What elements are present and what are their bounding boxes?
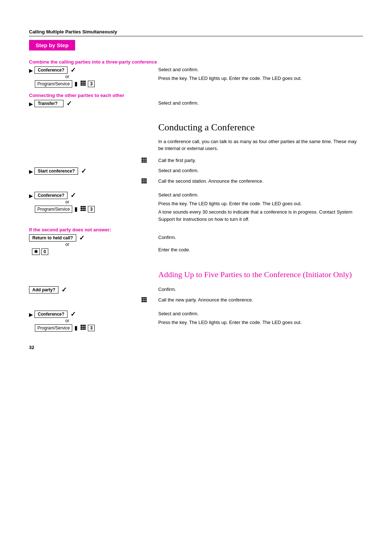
- checkmark-4: ✓: [70, 191, 76, 199]
- start-conference-button[interactable]: Start conference?: [34, 167, 78, 175]
- svg-rect-23: [145, 180, 147, 182]
- three-key-1: 3: [88, 81, 95, 87]
- prog-service-btn-1[interactable]: Program/Service: [35, 80, 72, 88]
- svg-rect-20: [145, 178, 147, 180]
- or-label-3: or: [65, 242, 149, 247]
- svg-rect-24: [142, 182, 143, 183]
- call-first-row: Call the first party.: [29, 157, 363, 166]
- star-key: ✱: [32, 248, 40, 255]
- desc-press-key-1: Press the key. The LED lights up. Enter …: [158, 75, 363, 82]
- prog-service-row-2: Program/Service ▮ 3: [35, 205, 149, 213]
- checkmark-7: ✓: [70, 310, 76, 318]
- arrow-icon-2: ▶: [29, 101, 33, 107]
- prog-service-btn-3[interactable]: Program/Service: [35, 324, 72, 332]
- section-header: Calling Multiple Parties Simultaneously: [29, 29, 363, 36]
- svg-rect-10: [143, 158, 145, 159]
- svg-rect-52: [82, 328, 84, 330]
- svg-rect-42: [142, 301, 143, 302]
- desc-enter-code: Enter the code.: [158, 246, 363, 254]
- svg-rect-40: [143, 299, 145, 300]
- svg-rect-12: [142, 159, 143, 161]
- desc-tone: A tone sounds every 30 seconds to indica…: [158, 208, 363, 223]
- svg-rect-35: [84, 210, 86, 211]
- svg-rect-7: [82, 84, 84, 86]
- svg-rect-29: [84, 206, 86, 207]
- transfer-button[interactable]: Transfer?: [34, 100, 64, 107]
- conference-button-1[interactable]: Conference?: [34, 66, 68, 74]
- conference-row-3: ▶ Conference? ✓ or Program/Service ▮: [29, 310, 363, 334]
- svg-rect-11: [145, 158, 147, 159]
- desc-confirm-2: Confirm.: [158, 286, 363, 293]
- conference-button-3[interactable]: Conference?: [34, 311, 68, 318]
- or-label-2: or: [65, 199, 149, 204]
- svg-rect-46: [82, 325, 84, 326]
- step-by-step-box: Step by Step: [29, 40, 75, 50]
- svg-rect-49: [82, 327, 84, 328]
- arrow-icon-3: ▶: [29, 169, 33, 174]
- svg-rect-22: [143, 180, 145, 182]
- return-held-row: Return to held call? ✓ or ✱ 0 Confirm. E…: [29, 234, 363, 257]
- checkmark-1: ✓: [70, 66, 76, 74]
- svg-rect-32: [84, 208, 86, 209]
- desc-select-confirm-3: Select and confirm.: [158, 167, 363, 174]
- prog-service-row-3: Program/Service ▮ 3: [35, 324, 149, 332]
- prog-service-row-1: Program/Service ▮: [35, 80, 149, 88]
- grid-icon-3: [141, 178, 147, 185]
- separator-bar-2: ▮: [74, 206, 78, 212]
- svg-rect-16: [143, 161, 145, 163]
- svg-rect-44: [145, 301, 147, 302]
- or-label-1: or: [65, 74, 149, 79]
- grid-icon-4: [80, 205, 86, 213]
- desc-select-confirm-5: Select and confirm.: [158, 310, 363, 317]
- svg-rect-34: [82, 210, 84, 211]
- svg-rect-28: [82, 206, 84, 207]
- svg-rect-0: [81, 81, 82, 82]
- desc-press-key-2: Press the key. The LED lights up. Enter …: [158, 200, 363, 207]
- start-conference-row: ▶ Start conference? ✓ Select and confirm…: [29, 167, 363, 176]
- desc-call-new-party: Call the new party. Announce the confere…: [158, 296, 363, 304]
- adding-title: Adding Up to Five Parties to the Confere…: [158, 268, 363, 280]
- add-party-button[interactable]: Add party?: [29, 286, 58, 293]
- svg-rect-41: [145, 299, 147, 300]
- heading-no-answer: If the second party does not answer:: [29, 227, 363, 232]
- desc-press-key-3: Press the key. The LED lights up. Enter …: [158, 319, 363, 326]
- checkmark-2: ✓: [66, 100, 72, 108]
- svg-rect-45: [81, 325, 82, 326]
- svg-rect-13: [143, 159, 145, 161]
- svg-rect-27: [81, 206, 82, 207]
- call-new-party-row: Call the new party. Announce the confere…: [29, 296, 363, 305]
- conducting-title-row: Conducting a Conference In a conference …: [29, 114, 363, 155]
- svg-rect-8: [84, 84, 86, 86]
- desc-select-confirm-1: Select and confirm.: [158, 66, 363, 73]
- three-key-3: 3: [88, 325, 95, 331]
- return-held-button[interactable]: Return to held call?: [29, 234, 76, 242]
- svg-rect-43: [143, 301, 145, 302]
- heading-combine: Combine the calling parties into a three…: [29, 59, 363, 65]
- prog-service-btn-2[interactable]: Program/Service: [35, 206, 72, 213]
- svg-rect-48: [81, 327, 82, 328]
- page-number: 32: [29, 345, 363, 350]
- svg-rect-36: [142, 297, 143, 299]
- svg-rect-47: [84, 325, 86, 326]
- svg-rect-51: [81, 328, 82, 330]
- conference-row-2: ▶ Conference? ✓ or Program/Service ▮: [29, 191, 363, 224]
- zero-key: 0: [41, 248, 48, 255]
- desc-select-confirm-2: Select and confirm.: [158, 100, 363, 107]
- svg-rect-39: [142, 299, 143, 300]
- desc-confirm: Confirm.: [158, 234, 363, 241]
- svg-rect-1: [82, 81, 84, 82]
- desc-select-confirm-4: Select and confirm.: [158, 191, 363, 199]
- adding-title-row: Adding Up to Five Parties to the Confere…: [29, 263, 363, 284]
- add-party-row: Add party? ✓ Confirm.: [29, 286, 363, 295]
- svg-rect-17: [145, 161, 147, 163]
- conference-button-2[interactable]: Conference?: [34, 192, 68, 199]
- heading-connecting: Connecting the other parties to each oth…: [29, 93, 363, 98]
- svg-rect-30: [81, 208, 82, 209]
- svg-rect-25: [143, 182, 145, 183]
- arrow-icon-5: ▶: [29, 312, 33, 317]
- svg-rect-53: [84, 328, 86, 330]
- conducting-desc: In a conference call, you can talk to as…: [158, 138, 363, 152]
- svg-rect-5: [84, 82, 86, 84]
- svg-rect-33: [81, 210, 82, 211]
- svg-rect-37: [143, 297, 145, 299]
